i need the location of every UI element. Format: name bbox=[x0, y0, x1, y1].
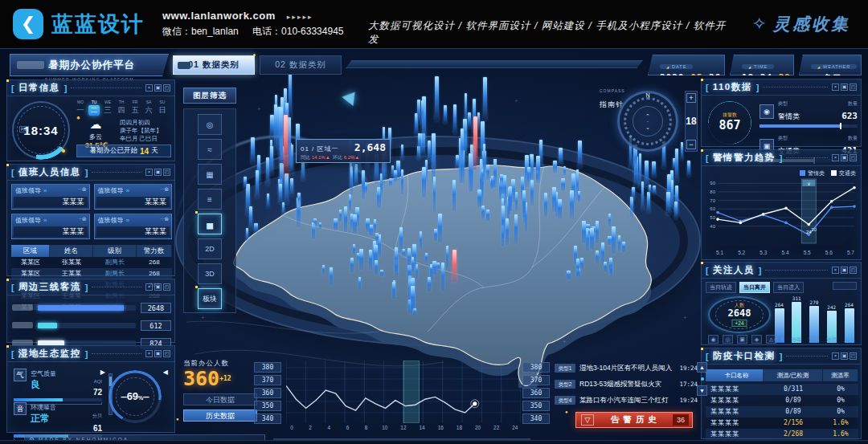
mode-3d-button[interactable]: 3D bbox=[198, 263, 222, 284]
signal-layer-button[interactable]: ≈ bbox=[198, 139, 222, 160]
gauge-arrow-right-icon[interactable]: ◀ bbox=[163, 369, 168, 376]
weekday-cell[interactable]: MO一 bbox=[75, 100, 86, 116]
duty-role: 值班领导» bbox=[15, 216, 47, 225]
compass-dial[interactable]: N ⌃·⌄ bbox=[617, 91, 678, 152]
duty-card[interactable]: 值班领导»··⊗某某某 bbox=[11, 214, 90, 239]
weekday-cell[interactable]: SU日 bbox=[157, 100, 168, 116]
duty-table-row[interactable]: 某某区王某某副局长268 bbox=[11, 268, 172, 279]
window-icon[interactable]: ▣ bbox=[841, 84, 848, 91]
focus-tool-icon[interactable]: ◎ bbox=[723, 335, 733, 344]
list-layer-button[interactable]: ≡ bbox=[198, 189, 222, 210]
checkpoint-row[interactable]: 某某某某0/890% bbox=[706, 406, 858, 418]
window-icon[interactable]: ▣ bbox=[154, 84, 162, 92]
card-close-icon[interactable]: ··⊗ bbox=[160, 216, 169, 222]
focus-dropdown[interactable] bbox=[833, 282, 857, 290]
checkpoint-col-header[interactable]: 卡口名称 bbox=[706, 369, 764, 381]
scroll-down-icon[interactable]: ▼ bbox=[697, 385, 707, 396]
zoom-in-button[interactable]: + bbox=[686, 93, 696, 103]
tab-data-category-1[interactable]: 01 数据类别 bbox=[173, 55, 255, 75]
compass-en: COMPASS bbox=[600, 88, 625, 93]
duty-table-header: 区域姓名级别警力数 bbox=[11, 245, 172, 257]
expand-icon[interactable]: ◰ bbox=[850, 267, 857, 274]
weekday-cell[interactable]: WE三 bbox=[102, 100, 113, 116]
close-icon[interactable]: × bbox=[832, 267, 839, 274]
duty-col-header[interactable]: 区域 bbox=[11, 245, 50, 257]
weekday-cell[interactable]: SA六 bbox=[143, 100, 154, 116]
alert-text: 某路口有小汽车连闯三个红灯 bbox=[579, 396, 676, 405]
duty-col-header[interactable]: 警力数 bbox=[137, 245, 172, 257]
checkpoint-row[interactable]: 某某某某2/2681.6% bbox=[706, 429, 858, 440]
bracket: ] bbox=[759, 266, 762, 275]
focus-bar-labels: 在逃涉毒涉稳涉恐上访 bbox=[772, 336, 856, 344]
alert-history-button[interactable]: ▽ 告警历史 36 bbox=[575, 412, 693, 428]
weekday-cell[interactable]: TU二 bbox=[88, 100, 100, 116]
duty-col-header[interactable]: 姓名 bbox=[50, 245, 93, 257]
expand-icon[interactable]: ◰ bbox=[850, 154, 857, 161]
scroll-up-icon[interactable]: ▲ bbox=[697, 362, 707, 373]
duty-card[interactable]: 值班领导»··⊗某某某 bbox=[11, 184, 90, 210]
focus-tool-icon[interactable]: ◈ bbox=[751, 335, 762, 344]
expand-icon[interactable]: ◰ bbox=[850, 84, 857, 91]
alert-item[interactable]: 类型1 湿地3-104片区有不明人员闯入 19:24 bbox=[555, 362, 698, 374]
checkpoint-col-header[interactable]: 测温/已检测 bbox=[764, 369, 823, 381]
gauge-arrow-left-icon[interactable]: ▶ bbox=[100, 369, 105, 376]
expand-icon[interactable]: ◰ bbox=[163, 283, 170, 291]
window-icon[interactable]: ▣ bbox=[154, 350, 162, 357]
duty-card[interactable]: 值班领导»··⊗某某某 bbox=[94, 214, 173, 239]
alert-item[interactable]: 类型2 RD13-53烟感报警疑似火灾 17:24 bbox=[555, 378, 698, 390]
checkpoint-row[interactable]: 某某某某0/3110% bbox=[706, 384, 858, 395]
inspiration-collect[interactable]: ✧ 灵感收集 bbox=[752, 13, 850, 35]
history-data-button[interactable]: 历史数据 bbox=[183, 409, 257, 422]
weekday-cell[interactable]: FR五 bbox=[129, 100, 141, 116]
svg-text:30: 30 bbox=[811, 227, 817, 232]
duty-role: 值班领导» bbox=[15, 186, 47, 195]
checkpoint-row[interactable]: 某某某某0/890% bbox=[706, 395, 858, 406]
card-close-icon[interactable]: ··⊗ bbox=[160, 186, 169, 193]
brand-website[interactable]: www.lanlanwork.com bbox=[162, 10, 276, 22]
focus-tab[interactable]: 当日离开 bbox=[739, 282, 770, 293]
expand-icon[interactable]: ◰ bbox=[163, 169, 170, 176]
duty-table-row[interactable]: 某某区张某某副局长268 bbox=[11, 257, 172, 268]
checkpoint-row[interactable]: 某某某某2/1561.6% bbox=[706, 418, 858, 429]
window-icon[interactable]: ▣ bbox=[841, 267, 848, 274]
expand-icon[interactable]: ◰ bbox=[850, 352, 857, 360]
close-icon[interactable]: × bbox=[832, 84, 839, 91]
close-icon[interactable]: × bbox=[145, 169, 153, 176]
bars-layer-button[interactable]: ▅ bbox=[198, 214, 222, 234]
focus-tool-icon[interactable]: ▣ bbox=[737, 335, 747, 344]
focus-tab[interactable]: 当日轨迹 bbox=[706, 282, 736, 293]
data-bar bbox=[417, 100, 420, 124]
close-icon[interactable]: × bbox=[832, 352, 839, 360]
mode-2d-button[interactable]: 2D bbox=[198, 238, 222, 259]
grid-layer-button[interactable]: ▦ bbox=[198, 164, 222, 185]
target-layer-button[interactable]: ◎ bbox=[198, 114, 222, 135]
expand-icon[interactable]: ◰ bbox=[163, 84, 170, 92]
duty-card[interactable]: 值班领导»··⊗某某某 bbox=[94, 184, 173, 210]
window-icon[interactable]: ▣ bbox=[154, 283, 162, 291]
close-icon[interactable]: × bbox=[145, 350, 153, 357]
x-tick: 5.6 bbox=[825, 250, 833, 255]
close-icon[interactable]: × bbox=[145, 84, 153, 92]
sun-cloud-icon: ☁ bbox=[78, 117, 113, 132]
duty-col-header[interactable]: 级别 bbox=[93, 245, 137, 257]
window-icon[interactable]: ▣ bbox=[841, 352, 848, 360]
checkpoint-col-header[interactable]: 测温率 bbox=[823, 369, 858, 381]
panel-header: [ 警情警力趋势 ] ×▣◰ bbox=[702, 150, 861, 166]
tab-data-category-2[interactable]: 02 数据类别 bbox=[260, 55, 342, 75]
card-close-icon[interactable]: ··⊗ bbox=[78, 216, 87, 222]
expand-icon[interactable]: ◰ bbox=[163, 350, 170, 357]
card-close-icon[interactable]: ··⊗ bbox=[78, 186, 87, 193]
today-data-button[interactable]: 今日数据 bbox=[183, 393, 257, 405]
window-icon[interactable]: ▣ bbox=[841, 154, 848, 161]
zoom-out-button[interactable]: − bbox=[686, 140, 696, 149]
close-icon[interactable]: × bbox=[832, 154, 839, 161]
weekday-cell[interactable]: TH四 bbox=[116, 100, 127, 116]
window-icon[interactable]: ▣ bbox=[154, 169, 162, 176]
region-map[interactable] bbox=[186, 139, 685, 388]
close-icon[interactable]: × bbox=[145, 283, 153, 291]
focus-tool-icon[interactable]: ◉ bbox=[708, 335, 719, 344]
mode-block-button[interactable]: 板块 bbox=[198, 288, 222, 309]
bracket: [ bbox=[706, 352, 709, 361]
alert-item[interactable]: 类型4 某路口有小汽车连闯三个红灯 19:24 bbox=[555, 394, 698, 406]
panel-header: [ 日常信息 ] ×▣◰ bbox=[7, 80, 174, 96]
